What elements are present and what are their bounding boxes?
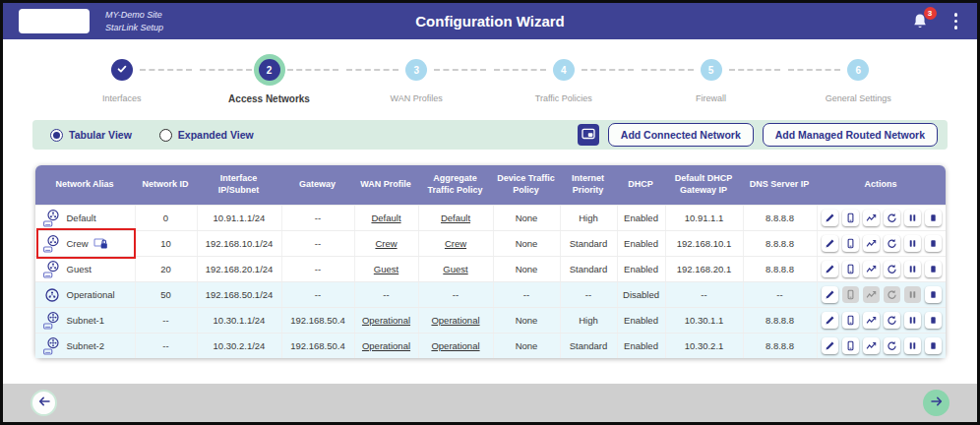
devices-button[interactable]	[842, 312, 859, 329]
column-header-network-id: Network ID	[135, 165, 197, 205]
restart-button[interactable]	[884, 312, 900, 329]
devices-button[interactable]	[842, 235, 859, 252]
pause-button[interactable]	[904, 337, 921, 354]
traffic-graph-button[interactable]	[863, 337, 880, 354]
restart-button[interactable]	[884, 210, 900, 226]
wan-profile-cell[interactable]: Crew	[354, 231, 418, 256]
traffic-graph-icon	[866, 238, 877, 249]
next-button[interactable]	[923, 390, 949, 416]
network-id-cell: 0	[135, 206, 197, 230]
add-connected-network-button[interactable]: Add Connected Network	[608, 123, 754, 147]
toolbar-actions: Add Connected Network Add Managed Routed…	[578, 123, 938, 147]
stop-button[interactable]	[925, 312, 942, 329]
edit-button[interactable]	[822, 210, 838, 226]
actions-cell	[817, 257, 946, 281]
aggregate-policy-cell[interactable]: Default	[418, 206, 493, 230]
restart-button[interactable]	[884, 261, 900, 277]
column-header-default-dhcp-gateway-ip: Default DHCP Gateway IP	[665, 165, 743, 205]
step-circle: 3	[405, 59, 427, 81]
aggregate-policy-cell[interactable]: Crew	[418, 231, 493, 256]
actions-cell	[817, 282, 946, 307]
edit-button[interactable]	[822, 337, 838, 354]
stop-button[interactable]	[925, 261, 942, 277]
column-header-device-traffic-policy: Device Traffic Policy	[493, 165, 560, 205]
pause-icon	[907, 212, 918, 223]
edit-button[interactable]	[822, 235, 838, 252]
aggregate-policy-cell[interactable]: Operational	[418, 334, 493, 358]
column-header-network-alias: Network Alias	[35, 165, 135, 205]
stop-icon	[928, 315, 939, 326]
stepper-step-interfaces[interactable]: Interfaces	[48, 59, 196, 104]
pause-button[interactable]	[904, 235, 921, 252]
stop-button[interactable]	[925, 235, 942, 252]
table-row-default: Default010.91.1.1/24--DefaultDefaultNone…	[35, 205, 946, 230]
devices-button[interactable]	[842, 210, 859, 226]
stepper-step-firewall[interactable]: 5Firewall	[638, 59, 785, 104]
devices-button[interactable]	[842, 261, 859, 277]
subnet-network-icon	[42, 311, 62, 331]
stepper-step-general-settings[interactable]: 6General Settings	[784, 59, 932, 104]
wan-profile-cell[interactable]: Guest	[354, 257, 418, 281]
device-policy-cell: None	[493, 308, 560, 333]
wan-profile-cell[interactable]: Default	[354, 206, 418, 230]
table-row-subnet-1: Subnet-1--10.30.1.1/24192.168.50.4Operat…	[35, 307, 946, 333]
step-label: Interfaces	[102, 93, 142, 103]
devices-icon	[845, 289, 856, 300]
back-button[interactable]	[31, 390, 57, 416]
dns-cell: 8.8.8.8	[743, 231, 817, 256]
dhcp-cell: Enabled	[617, 308, 665, 333]
app-window: MY-Demo Site StarLink Setup Configuratio…	[0, 0, 980, 425]
stepper-step-wan-profiles[interactable]: 3WAN Profiles	[342, 59, 490, 104]
devices-button[interactable]	[842, 337, 859, 354]
edit-button[interactable]	[822, 261, 838, 277]
pause-button[interactable]	[904, 261, 921, 277]
kebab-menu-icon[interactable]	[950, 11, 962, 31]
network-alias-label: Guest	[67, 264, 92, 274]
monitor-icon-button[interactable]	[578, 124, 599, 146]
wan-profile-cell[interactable]: Operational	[354, 308, 418, 333]
radio-dot-icon	[50, 129, 63, 142]
pause-button[interactable]	[904, 210, 921, 226]
dns-cell: 8.8.8.8	[743, 334, 817, 358]
traffic-graph-button[interactable]	[863, 312, 880, 329]
traffic-graph-icon	[866, 289, 877, 300]
restart-button[interactable]	[884, 235, 900, 252]
edit-icon	[825, 264, 835, 274]
traffic-graph-button[interactable]	[863, 210, 880, 226]
site-name: MY-Demo Site	[105, 9, 163, 22]
monitor-icon	[582, 128, 595, 143]
traffic-graph-button[interactable]	[863, 261, 880, 277]
internet-priority-cell: Standard	[560, 257, 617, 281]
aggregate-policy-cell[interactable]: Guest	[418, 257, 493, 281]
stop-button[interactable]	[925, 210, 942, 226]
network-id-cell: --	[135, 308, 197, 333]
stop-icon	[928, 340, 939, 351]
restart-button[interactable]	[884, 337, 900, 354]
table-row-guest: Guest20192.168.20.1/24--GuestGuestNoneSt…	[35, 256, 946, 281]
add-managed-routed-network-button[interactable]: Add Managed Routed Network	[763, 123, 938, 147]
column-header-dns-server-ip: DNS Server IP	[743, 165, 817, 205]
gateway-cell: 192.168.50.4	[281, 334, 354, 358]
notifications-button[interactable]: 3	[911, 13, 929, 30]
stepper-step-traffic-policies[interactable]: 4Traffic Policies	[490, 59, 638, 104]
aggregate-policy-cell[interactable]: Operational	[418, 308, 493, 333]
dhcp-gateway-cell: 10.30.2.1	[665, 334, 743, 358]
network-id-cell: 50	[135, 282, 197, 307]
step-circle: 6	[847, 59, 869, 81]
edit-button[interactable]	[822, 286, 838, 303]
step-number: 4	[561, 65, 567, 76]
pause-button[interactable]	[904, 312, 921, 329]
radio-tabular-view[interactable]: Tabular View	[50, 129, 132, 142]
radio-expanded-view[interactable]: Expanded View	[159, 129, 254, 142]
stop-button[interactable]	[925, 286, 942, 303]
restart-icon	[887, 289, 897, 300]
traffic-graph-button[interactable]	[863, 235, 880, 252]
stop-button[interactable]	[925, 337, 942, 354]
stepper-step-access-networks[interactable]: 2Access Networks	[196, 59, 343, 104]
edit-button[interactable]	[822, 312, 838, 329]
wan-profile-cell[interactable]: Operational	[354, 334, 418, 358]
column-header-interface-ip-subnet: Interface IP/Subnet	[197, 165, 281, 205]
dhcp-cell: Disabled	[617, 282, 665, 307]
device-policy-cell: None	[493, 231, 560, 256]
dhcp-gateway-cell: 192.168.10.1	[665, 231, 743, 256]
